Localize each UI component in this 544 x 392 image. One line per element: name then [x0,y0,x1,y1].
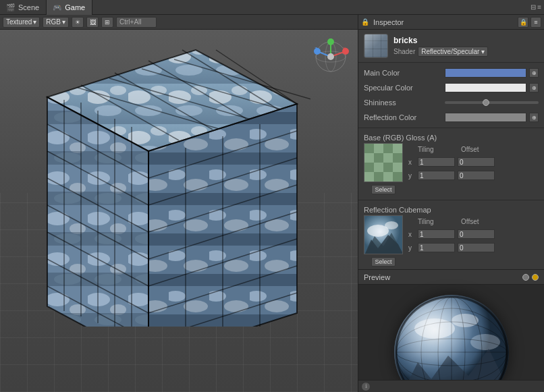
texture2-tiling-x[interactable] [418,229,455,239]
shininess-row: Shininess [358,95,544,110]
texture2-x-row: x [408,227,539,241]
svg-point-94 [396,297,507,380]
maximize-icon[interactable]: ⊟ [531,3,536,11]
specular-color-label: Specular Color [364,84,445,92]
texture2-section: Reflection Cubemap [358,203,544,269]
tab-game-label: Game [65,3,85,11]
svg-text:z: z [315,45,317,51]
main-tab-bar: 🎬 Scene 🎮 Game ⊟ ≡ [0,0,544,15]
preview-circle-icon[interactable] [522,274,529,281]
texture2-tiling-y[interactable] [418,243,455,252]
shininess-label: Shininess [364,99,445,107]
reflection-color-eyedropper[interactable]: ⊕ [529,113,539,122]
inspector-panel: 🔒 Inspector 🔒 ≡ bricks Shader Reflective… [358,15,544,392]
texture1-section: Base (RGB) Gloss (A) [358,131,544,197]
texture1-header-row: Tiling Offset [408,143,539,155]
svg-rect-73 [374,172,383,182]
texture2-row: Select Tiling Offset x [364,215,539,267]
reflection-color-swatch[interactable] [445,113,526,122]
shininess-thumb [483,99,489,106]
preview-header: Preview [358,270,544,285]
texture2-svg [364,216,403,254]
texture1-x-row: x [408,155,539,169]
texture1-select-btn[interactable]: Select [371,185,395,194]
shading-dropdown[interactable]: Textured ▾ [3,17,40,28]
specular-color-eyedropper[interactable]: ⊕ [529,83,539,92]
channel-value: RGB [46,18,61,26]
offset-header-1: Offset [461,146,501,153]
texture1-thumbnail[interactable] [364,143,403,182]
ty2-label: y [408,244,415,252]
preview-section: Preview [358,269,544,380]
texture2-thumbnail[interactable] [364,215,403,254]
scene-icon: 🎬 [7,3,15,11]
svg-rect-66 [383,153,393,163]
inspector-tab-bar: 🔒 Inspector 🔒 ≡ [358,15,544,30]
game-icon: 🎮 [53,3,61,11]
shading-value: Textured [6,18,32,26]
tab-scene[interactable]: 🎬 Scene [0,0,47,15]
preview-sphere [394,295,509,380]
preview-title: Preview [364,273,522,281]
shininess-track [445,101,539,104]
svg-rect-65 [374,153,383,163]
divider-2 [358,200,544,200]
main-color-eyedropper[interactable]: ⊕ [529,68,539,78]
bottom-info-btn[interactable]: ℹ [361,382,371,391]
texture2-offset-y[interactable] [458,243,495,252]
texture1-offset-x[interactable] [458,157,495,167]
cube-container [7,43,310,327]
texture1-offset-y[interactable] [458,171,495,180]
tx2-label: x [408,231,415,238]
texture1-tiling-x[interactable] [418,157,455,167]
cube-svg [7,43,310,327]
inspector-lock-btn[interactable]: 🔒 [518,17,528,28]
svg-rect-61 [374,144,383,153]
specular-color-swatch[interactable] [445,83,526,92]
image-icon-btn[interactable]: 🖼 [86,17,99,28]
inspector-collapse-icon: 🔒 [361,18,369,26]
texture2-title: Reflection Cubemap [364,206,539,214]
texture2-thumb-col: Select [364,215,403,267]
shininess-slider[interactable] [445,101,539,104]
texture1-tiling-y[interactable] [418,171,455,180]
texture1-tiling-offset: Tiling Offset x y [408,143,539,194]
tiling-header-2: Tiling [418,218,458,225]
tx-label: x [408,159,415,166]
svg-rect-69 [374,163,383,172]
shader-dropdown[interactable]: Reflective/Specular ▾ [418,47,488,57]
main-area: Textured ▾ RGB ▾ ☀ 🖼 ⊞ Ctrl+All [0,15,544,392]
material-name: bricks [393,36,539,45]
divider-1 [358,128,544,128]
shininess-value [445,101,539,104]
svg-rect-67 [393,153,403,163]
svg-rect-72 [364,172,374,182]
texture2-select-btn[interactable]: Select [371,257,395,267]
specular-color-value: ⊕ [445,83,539,92]
sun-icon-btn[interactable]: ☀ [72,17,84,28]
svg-point-78 [385,221,398,229]
reflection-color-row: Reflection Color ⊕ [358,110,544,125]
svg-rect-74 [383,172,393,182]
svg-rect-63 [393,144,403,153]
grid-icon-btn[interactable]: ⊞ [101,17,113,28]
main-color-label: Main Color [364,69,445,77]
reflection-color-label: Reflection Color [364,113,445,121]
channel-dropdown[interactable]: RGB ▾ [43,17,69,28]
preview-yellow-icon[interactable] [532,274,539,281]
gizmo-svg: x y z [310,36,351,77]
reflection-color-value: ⊕ [445,113,539,122]
menu-icon[interactable]: ≡ [537,3,541,11]
inspector-title: Inspector [373,18,515,26]
main-color-value: ⊕ [445,68,539,78]
svg-rect-71 [393,163,403,172]
inspector-icons: 🔒 ≡ [518,17,541,28]
search-placeholder: Ctrl+All [119,18,142,26]
tab-game[interactable]: 🎮 Game [47,0,92,15]
material-info: bricks Shader Reflective/Specular ▾ [393,36,539,57]
texture2-offset-x[interactable] [458,229,495,239]
texture2-header-row: Tiling Offset [408,215,539,227]
scene-search[interactable]: Ctrl+All [116,17,157,28]
inspector-menu-btn[interactable]: ≡ [531,17,541,28]
main-color-swatch[interactable] [445,68,526,78]
